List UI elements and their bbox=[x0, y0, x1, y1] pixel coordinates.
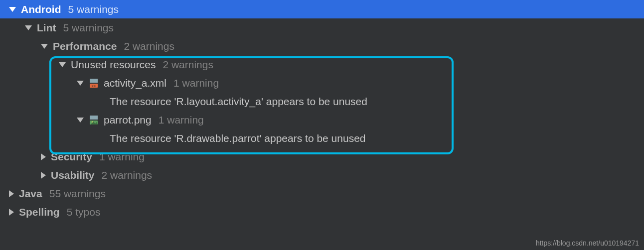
warning-count: 2 warnings bbox=[124, 40, 174, 52]
svg-rect-0 bbox=[90, 79, 98, 83]
tree-label: Java bbox=[19, 188, 42, 200]
tree-label: Unused resources bbox=[71, 59, 156, 71]
warning-message[interactable]: The resource 'R.drawable.parrot' appears… bbox=[0, 129, 644, 147]
warning-count: 5 typos bbox=[67, 206, 101, 218]
tree-item-unused-resources[interactable]: Unused resources 2 warnings bbox=[0, 55, 644, 74]
warning-count: 1 warning bbox=[99, 151, 145, 163]
watermark-text: https://blog.csdn.net/u010194271 bbox=[536, 239, 639, 247]
warning-count: 2 warnings bbox=[162, 59, 213, 71]
chevron-down-icon[interactable] bbox=[41, 44, 48, 49]
tree-item-security[interactable]: Security 1 warning bbox=[0, 147, 644, 166]
chevron-right-icon[interactable] bbox=[41, 172, 46, 179]
warning-count: 1 warning bbox=[173, 77, 219, 89]
warning-text: The resource 'R.drawable.parrot' appears… bbox=[110, 132, 366, 144]
tree-label: Spelling bbox=[19, 206, 60, 218]
image-file-icon bbox=[89, 115, 99, 125]
tree-label: Android bbox=[21, 3, 61, 15]
warning-text: The resource 'R.layout.activity_a' appea… bbox=[110, 96, 367, 108]
tree-item-file-activity-a-xml[interactable]: <> activity_a.xml 1 warning bbox=[0, 74, 644, 92]
warning-message[interactable]: The resource 'R.layout.activity_a' appea… bbox=[0, 92, 644, 111]
tree-label: Usability bbox=[51, 169, 95, 181]
tree-item-performance[interactable]: Performance 2 warnings bbox=[0, 37, 644, 55]
chevron-right-icon[interactable] bbox=[9, 190, 14, 197]
chevron-right-icon[interactable] bbox=[9, 209, 14, 216]
warning-count: 5 warnings bbox=[68, 3, 119, 15]
tree-label: Lint bbox=[37, 22, 56, 34]
tree-item-file-parrot-png[interactable]: parrot.png 1 warning bbox=[0, 111, 644, 129]
chevron-down-icon[interactable] bbox=[25, 25, 32, 30]
warning-count: 2 warnings bbox=[102, 169, 153, 181]
chevron-down-icon[interactable] bbox=[77, 118, 84, 123]
svg-text:<>: <> bbox=[91, 84, 96, 88]
tree-item-lint[interactable]: Lint 5 warnings bbox=[0, 18, 644, 37]
tree-item-usability[interactable]: Usability 2 warnings bbox=[0, 166, 644, 184]
chevron-down-icon[interactable] bbox=[77, 81, 84, 86]
chevron-right-icon[interactable] bbox=[41, 153, 46, 160]
tree-label: Security bbox=[51, 151, 92, 163]
tree-item-spelling[interactable]: Spelling 5 typos bbox=[0, 203, 644, 221]
file-name: activity_a.xml bbox=[104, 77, 166, 89]
warning-count: 55 warnings bbox=[49, 188, 106, 200]
tree-label: Performance bbox=[53, 40, 117, 52]
xml-file-icon: <> bbox=[89, 78, 99, 88]
warning-count: 5 warnings bbox=[63, 22, 114, 34]
svg-rect-3 bbox=[90, 116, 98, 120]
file-name: parrot.png bbox=[104, 114, 152, 126]
tree-item-java[interactable]: Java 55 warnings bbox=[0, 184, 644, 203]
warning-count: 1 warning bbox=[159, 114, 204, 126]
chevron-down-icon[interactable] bbox=[9, 7, 16, 12]
tree-item-android[interactable]: Android 5 warnings bbox=[0, 0, 644, 18]
chevron-down-icon[interactable] bbox=[59, 62, 66, 67]
